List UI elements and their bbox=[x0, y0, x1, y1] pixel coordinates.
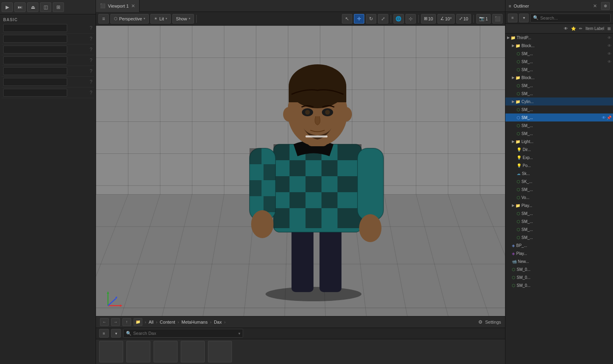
maximize-viewport-btn[interactable]: ⬛ bbox=[492, 14, 503, 24]
eye-icon-sm1[interactable]: 👁 bbox=[607, 52, 611, 56]
tree-item-block2[interactable]: ▶ 📁 Block... bbox=[505, 74, 613, 82]
eye-icon-sm2[interactable]: 👁 bbox=[607, 60, 611, 64]
expand-arrow-cylin[interactable]: ▶ bbox=[512, 99, 515, 103]
outliner-filter-btn[interactable]: ≡ bbox=[508, 14, 517, 22]
viewport-canvas[interactable] bbox=[96, 26, 505, 316]
tree-item-sm8[interactable]: ⬡ SM_... bbox=[505, 121, 613, 129]
scale-tool-btn[interactable]: ⤢ bbox=[378, 14, 388, 24]
tree-item-sm10[interactable]: ⬡ SM_... bbox=[505, 185, 613, 193]
property-input-5[interactable] bbox=[3, 67, 67, 75]
lit-btn[interactable]: ☀ Lit ▾ bbox=[150, 14, 171, 24]
play-btn[interactable]: ▶ bbox=[2, 2, 13, 12]
tree-item-sm7-selected[interactable]: ⬡ SM_... 👁 📌 bbox=[505, 113, 613, 121]
property-input-4[interactable] bbox=[3, 56, 67, 64]
tree-item-sm3[interactable]: ⬡ SM_... bbox=[505, 66, 613, 74]
tree-item-sm13[interactable]: ⬡ SM_... bbox=[505, 225, 613, 233]
tree-item-vo[interactable]: ⬡ Vo... bbox=[505, 193, 613, 201]
tree-item-sm0b[interactable]: ⬡ SM_0... bbox=[505, 273, 613, 281]
show-btn[interactable]: Show ▾ bbox=[172, 14, 194, 24]
select-tool-btn[interactable]: ↖ bbox=[342, 14, 352, 24]
breadcrumb-content[interactable]: Content bbox=[160, 320, 176, 324]
filter-btn[interactable]: ≡ bbox=[99, 329, 109, 338]
tree-item-bp2[interactable]: ◈ Play... bbox=[505, 249, 613, 257]
viewport-tab-1[interactable]: ⬛ Viewport 1 ✕ bbox=[96, 0, 140, 12]
settings-label[interactable]: Settings bbox=[485, 320, 501, 324]
asset-thumbnail-4[interactable] bbox=[181, 341, 205, 362]
tree-item-player[interactable]: ▶ 📁 Play... bbox=[505, 201, 613, 209]
tree-item-bp1[interactable]: ◈ BP_... bbox=[505, 241, 613, 249]
help-icon-5[interactable]: ? bbox=[90, 68, 92, 74]
viewport-tab-close[interactable]: ✕ bbox=[131, 3, 135, 9]
layout-btn[interactable]: ◫ bbox=[40, 2, 51, 12]
asset-thumbnail-1[interactable] bbox=[99, 341, 123, 362]
help-icon-7[interactable]: ? bbox=[90, 90, 92, 95]
expand-arrow-lights[interactable]: ▶ bbox=[512, 139, 515, 143]
tree-item-sm4[interactable]: ⬡ SM_... bbox=[505, 82, 613, 90]
bottom-search-input[interactable] bbox=[133, 331, 237, 336]
folder-icon-btn[interactable]: 📁 bbox=[134, 318, 142, 326]
camera-speed-btn[interactable]: 📷 1 bbox=[476, 14, 491, 24]
back-btn[interactable]: ← bbox=[100, 318, 109, 326]
eject-btn[interactable]: ⏏ bbox=[27, 2, 38, 12]
help-icon-1[interactable]: ? bbox=[90, 25, 92, 31]
tree-item-sm9[interactable]: ⬡ SM_... bbox=[505, 129, 613, 137]
perspective-btn[interactable]: ⬡ Perspective ▾ bbox=[110, 14, 149, 24]
skip-btn[interactable]: ⏭ bbox=[14, 2, 26, 12]
tree-item-new[interactable]: 📹 New... bbox=[505, 257, 613, 265]
expand-arrow-player[interactable]: ▶ bbox=[512, 203, 515, 207]
tree-item-sk[interactable]: ⬡ SK_... bbox=[505, 177, 613, 185]
tree-item-sm0c[interactable]: ⬡ SM_0... bbox=[505, 281, 613, 289]
help-icon-2[interactable]: ? bbox=[90, 36, 92, 42]
property-input-1[interactable] bbox=[3, 24, 67, 32]
property-input-2[interactable] bbox=[3, 35, 67, 43]
breadcrumb-metahumans[interactable]: MetaHumans bbox=[182, 320, 208, 324]
property-input-3[interactable] bbox=[3, 46, 67, 54]
tree-item-cylin[interactable]: ▶ 📁 Cylin... bbox=[505, 97, 613, 105]
tree-item-dir[interactable]: 💡 Dir... bbox=[505, 145, 613, 153]
search-dropdown-arrow[interactable]: ▾ bbox=[238, 331, 240, 336]
grid-snap-btn[interactable]: ⊞ 10 bbox=[421, 14, 436, 24]
outliner-tree[interactable]: ▶ 📁 ThirdP... 👁 ▶ 📁 Block... 👁 ⬡ SM_ bbox=[505, 34, 613, 364]
outliner-search-input[interactable] bbox=[540, 16, 608, 20]
eye-icon-sm7[interactable]: 👁 bbox=[602, 115, 606, 120]
tree-item-sky[interactable]: ☁ Sk... bbox=[505, 169, 613, 177]
help-icon-3[interactable]: ? bbox=[90, 47, 92, 52]
property-input-7[interactable] bbox=[3, 89, 67, 97]
tree-item-sm12[interactable]: ⬡ SM_... bbox=[505, 217, 613, 225]
pin-icon-sm7[interactable]: 📌 bbox=[607, 115, 611, 120]
tree-item-exp[interactable]: 💡 Exp... bbox=[505, 153, 613, 161]
sort-btn[interactable]: ▾ bbox=[111, 329, 121, 338]
tree-item-sm14[interactable]: ⬡ SM_... bbox=[505, 233, 613, 241]
tree-item-sm0[interactable]: ⬡ SM_0... bbox=[505, 265, 613, 273]
asset-thumbnail-3[interactable] bbox=[154, 341, 178, 362]
expand-arrow-block2[interactable]: ▶ bbox=[512, 76, 515, 80]
tree-item-sm11[interactable]: ⬡ SM_... bbox=[505, 209, 613, 217]
tree-item-sm5[interactable]: ⬡ SM_... bbox=[505, 90, 613, 97]
tree-item-po[interactable]: 💡 Po... bbox=[505, 161, 613, 169]
translate-tool-btn[interactable]: ✛ bbox=[354, 14, 364, 24]
forward-btn[interactable]: → bbox=[111, 318, 120, 326]
outliner-menu-btn[interactable]: ⊕ bbox=[601, 2, 610, 10]
up-btn[interactable]: ↑ bbox=[122, 318, 131, 326]
scale-snap-btn[interactable]: ⤢ 10 bbox=[456, 14, 471, 24]
tree-item-block1[interactable]: ▶ 📁 Block... 👁 bbox=[505, 42, 613, 50]
tree-item-sm1[interactable]: ⬡ SM_... 👁 bbox=[505, 50, 613, 58]
outliner-close-btn[interactable]: ✕ bbox=[593, 3, 597, 9]
help-icon-4[interactable]: ? bbox=[90, 58, 92, 63]
rotate-tool-btn[interactable]: ↻ bbox=[366, 14, 376, 24]
tree-item-sm2[interactable]: ⬡ SM_... 👁 bbox=[505, 58, 613, 66]
sort-col-icon[interactable]: ⊞ bbox=[607, 26, 611, 31]
asset-thumbnail-5[interactable] bbox=[208, 341, 232, 362]
tree-item-thirdp[interactable]: ▶ 📁 ThirdP... 👁 bbox=[505, 34, 613, 42]
breadcrumb-dax[interactable]: Dax bbox=[214, 320, 222, 324]
help-icon-6[interactable]: ? bbox=[90, 79, 92, 85]
expand-arrow-block1[interactable]: ▶ bbox=[512, 44, 515, 48]
expand-arrow-0[interactable]: ▶ bbox=[507, 36, 510, 40]
eye-icon-0[interactable]: 👁 bbox=[607, 36, 611, 40]
hamburger-menu-btn[interactable]: ≡ bbox=[98, 14, 109, 24]
property-input-6[interactable] bbox=[3, 78, 67, 86]
asset-thumbnail-2[interactable] bbox=[126, 341, 150, 362]
outliner-sort-btn[interactable]: ▾ bbox=[519, 14, 529, 22]
world-btn[interactable]: 🌐 bbox=[393, 14, 404, 24]
grid-btn[interactable]: ⊞ bbox=[53, 2, 64, 12]
